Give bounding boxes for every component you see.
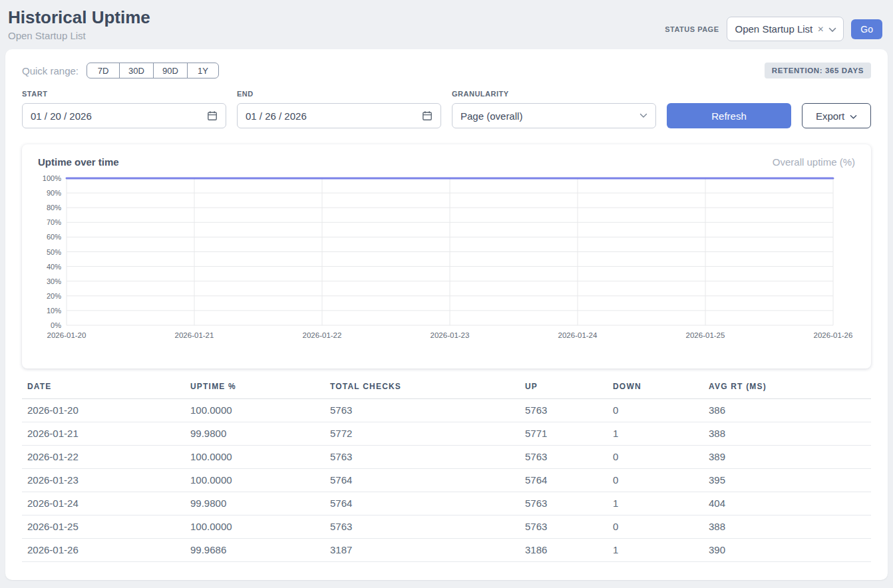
table-cell: 390 (703, 539, 871, 562)
table-cell: 5763 (325, 446, 520, 469)
table-cell: 5771 (520, 422, 608, 446)
export-button-label: Export (816, 110, 844, 122)
table-header: DATE UPTIME % TOTAL CHECKS UP DOWN AVG R… (22, 378, 871, 399)
column-header-avg-rt: AVG RT (MS) (703, 378, 871, 399)
table-cell: 5772 (325, 422, 520, 446)
svg-text:80%: 80% (47, 204, 61, 212)
svg-text:2026-01-24: 2026-01-24 (558, 331, 598, 339)
table-cell: 2026-01-26 (22, 539, 185, 562)
refresh-button[interactable]: Refresh (667, 103, 791, 128)
table-cell: 0 (608, 399, 703, 422)
column-header-uptime: UPTIME % (185, 378, 325, 399)
title-block: Historical Uptime Open Startup List (8, 7, 150, 41)
table-cell: 5763 (325, 515, 520, 539)
svg-text:20%: 20% (47, 292, 61, 300)
page-subtitle: Open Startup List (8, 30, 150, 41)
go-button[interactable]: Go (851, 19, 882, 39)
end-date-input[interactable]: 01 / 26 / 2026 (237, 103, 441, 128)
uptime-table: DATE UPTIME % TOTAL CHECKS UP DOWN AVG R… (22, 378, 871, 562)
start-date-label: START (22, 90, 226, 98)
table-row: 2026-01-22100.0000576357630389 (22, 446, 871, 469)
retention-badge: RETENTION: 365 DAYS (765, 63, 871, 78)
svg-text:100%: 100% (43, 174, 61, 182)
end-date-label: END (237, 90, 441, 98)
status-page-select[interactable]: Open Startup List ✕ (727, 17, 844, 41)
table-cell: 1 (608, 422, 703, 446)
svg-text:10%: 10% (47, 307, 61, 315)
uptime-chart-card: Uptime over time Overall uptime (%) 0%10… (22, 144, 871, 368)
chart-header: Uptime over time Overall uptime (%) (30, 156, 863, 168)
table-cell: 3186 (520, 539, 608, 562)
quick-range-label: Quick range: (22, 65, 79, 76)
table-cell: 0 (608, 446, 703, 469)
table-row: 2026-01-25100.0000576357630388 (22, 515, 871, 539)
start-date-group: START 01 / 20 / 2026 (22, 90, 226, 128)
svg-text:0%: 0% (51, 321, 61, 329)
table-cell: 99.9800 (185, 492, 325, 515)
table-cell: 5763 (325, 399, 520, 422)
uptime-chart: 0%10%20%30%40%50%60%70%80%90%100%2026-01… (30, 174, 855, 343)
table-cell: 2026-01-23 (22, 469, 185, 492)
quick-range-90d-button[interactable]: 90D (153, 63, 188, 78)
chevron-down-icon (828, 23, 836, 35)
quick-range-30d-button[interactable]: 30D (119, 63, 154, 78)
table-cell: 5764 (520, 469, 608, 492)
table-cell: 388 (703, 515, 871, 539)
granularity-value: Page (overall) (460, 110, 522, 122)
table-row: 2026-01-23100.0000576457640395 (22, 469, 871, 492)
table-cell: 5763 (520, 515, 608, 539)
svg-text:60%: 60% (47, 233, 61, 241)
table-cell: 2026-01-21 (22, 422, 185, 446)
calendar-icon[interactable] (207, 110, 218, 121)
chart-title: Uptime over time (38, 156, 119, 168)
table-row: 2026-01-20100.0000576357630386 (22, 399, 871, 422)
table-row: 2026-01-2499.9800576457631404 (22, 492, 871, 515)
svg-text:50%: 50% (47, 248, 61, 256)
table-cell: 388 (703, 422, 871, 446)
chevron-down-icon (639, 113, 647, 118)
filters-row: START 01 / 20 / 2026 END 01 / 26 / 2026 … (22, 90, 871, 128)
table-cell: 99.9686 (185, 539, 325, 562)
page-title: Historical Uptime (8, 7, 150, 28)
table-cell: 2026-01-24 (22, 492, 185, 515)
table-cell: 386 (703, 399, 871, 422)
table-cell: 389 (703, 446, 871, 469)
chevron-down-icon (850, 110, 857, 122)
table-cell: 5763 (520, 399, 608, 422)
start-date-input[interactable]: 01 / 20 / 2026 (22, 103, 226, 128)
svg-text:2026-01-26: 2026-01-26 (814, 331, 853, 339)
clear-selection-icon[interactable]: ✕ (817, 25, 824, 33)
table-row: 2026-01-2699.9686318731861390 (22, 539, 871, 562)
column-header-total-checks: TOTAL CHECKS (325, 378, 520, 399)
table-cell: 0 (608, 515, 703, 539)
table-cell: 3187 (325, 539, 520, 562)
table-cell: 5763 (520, 446, 608, 469)
quick-range-group: 7D 30D 90D 1Y (87, 63, 219, 78)
calendar-icon[interactable] (422, 110, 433, 121)
quick-range-7d-button[interactable]: 7D (87, 63, 120, 78)
table-cell: 2026-01-25 (22, 515, 185, 539)
granularity-label: GRANULARITY (452, 90, 656, 98)
page-header: Historical Uptime Open Startup List STAT… (0, 0, 893, 49)
column-header-up: UP (520, 378, 608, 399)
main-card: Quick range: 7D 30D 90D 1Y RETENTION: 36… (5, 49, 888, 580)
table-cell: 1 (608, 492, 703, 515)
svg-text:40%: 40% (47, 263, 61, 271)
svg-text:30%: 30% (47, 277, 61, 285)
table-cell: 404 (703, 492, 871, 515)
table-cell: 2026-01-20 (22, 399, 185, 422)
export-button[interactable]: Export (802, 103, 871, 128)
end-date-group: END 01 / 26 / 2026 (237, 90, 441, 128)
svg-text:2026-01-21: 2026-01-21 (175, 331, 214, 339)
svg-text:70%: 70% (47, 218, 61, 226)
quick-range-1y-button[interactable]: 1Y (187, 63, 219, 78)
start-date-value: 01 / 20 / 2026 (31, 110, 92, 122)
status-page-label: STATUS PAGE (665, 25, 719, 33)
header-controls: STATUS PAGE Open Startup List ✕ Go (665, 17, 882, 41)
granularity-select[interactable]: Page (overall) (452, 103, 656, 128)
quick-range-row: Quick range: 7D 30D 90D 1Y RETENTION: 36… (22, 63, 871, 78)
uptime-table-body: 2026-01-20100.00005763576303862026-01-21… (22, 399, 871, 562)
granularity-group: GRANULARITY Page (overall) (452, 90, 656, 128)
table-cell: 5763 (520, 492, 608, 515)
table-row: 2026-01-2199.9800577257711388 (22, 422, 871, 446)
